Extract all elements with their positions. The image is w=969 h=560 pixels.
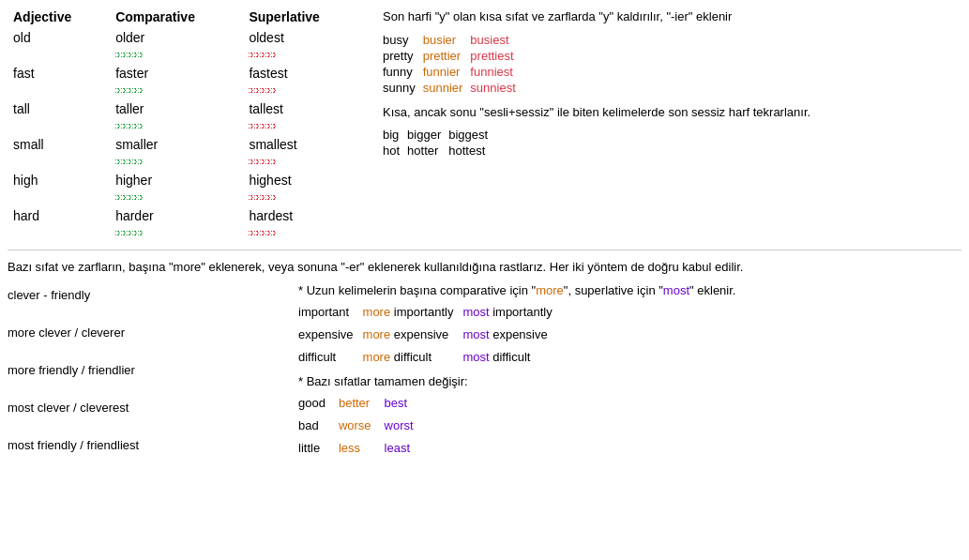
- comp-word: better: [339, 392, 385, 415]
- adj-cell: small: [8, 135, 110, 171]
- sup-word: highest: [249, 173, 291, 188]
- adj-word: fast: [13, 66, 35, 81]
- comp-word: smaller: [115, 137, 158, 152]
- table-row: pretty prettier prettiest: [383, 48, 523, 64]
- bottom-right: * Uzun kelimelerin başına comparative iç…: [298, 283, 961, 461]
- comp-cell: older: [110, 28, 243, 64]
- star-rule-2: * Bazı sıfatlar tamamen değişir:: [298, 374, 961, 388]
- base-word: expensive: [298, 324, 363, 346]
- comp-word: prettier: [423, 48, 471, 64]
- rule1-text: Son harfi "y" olan kısa sıfat ve zarflar…: [383, 8, 961, 26]
- squiggle-green-icon: [115, 53, 144, 57]
- sup-word: tallest: [249, 101, 283, 116]
- base-word: sunny: [383, 80, 423, 96]
- most-col: most difficult: [462, 346, 561, 369]
- sup-word: best: [385, 392, 427, 415]
- table-row: good better best: [298, 392, 427, 415]
- sup-cell: oldest: [243, 28, 364, 64]
- header-superlative: Superlative: [243, 8, 364, 28]
- adj-cell: old: [8, 28, 110, 64]
- adj-word: hard: [13, 208, 39, 223]
- table-row: old older oldest: [8, 28, 364, 64]
- most-word: most: [462, 327, 489, 341]
- more-clever-label: more clever / cleverer: [8, 321, 298, 345]
- spacer: [8, 420, 298, 433]
- base-word: hot: [383, 143, 407, 159]
- sup-word: funniest: [470, 64, 522, 80]
- adj-cell: fast: [8, 64, 110, 99]
- table-row: expensive more expensive most expensive: [298, 324, 562, 346]
- comp-table: important more importantly most importan…: [298, 301, 562, 369]
- double-rule-table: big bigger biggest hot hotter hottest: [383, 127, 495, 159]
- y-rule-table: busy busier busiest pretty prettier pret…: [383, 32, 523, 96]
- comp-rest: importantly: [394, 305, 454, 319]
- sup-word: busiest: [470, 32, 522, 48]
- header-adjective: Adjective: [8, 8, 110, 28]
- squiggle-green-icon: [115, 124, 144, 129]
- adj-word: tall: [13, 101, 30, 116]
- bottom-section: Bazı sıfat ve zarfların, başına "more" e…: [8, 258, 961, 460]
- most-word: most: [462, 305, 489, 319]
- comp-word: older: [115, 30, 144, 45]
- more-word: more: [363, 350, 391, 364]
- comp-word: harder: [115, 208, 153, 223]
- most-label: most: [663, 283, 689, 297]
- main-container: Adjective Comparative Superlative old ol…: [8, 8, 961, 242]
- most-col: most importantly: [462, 301, 561, 324]
- adj-cell: high: [8, 171, 110, 206]
- more-word: more: [363, 327, 391, 341]
- divider: [8, 250, 961, 250]
- table-header-row: Adjective Comparative Superlative: [8, 8, 364, 28]
- squiggle-green-icon: [115, 88, 144, 93]
- adj-cell: tall: [8, 99, 110, 135]
- squiggle-red-icon: [249, 53, 277, 57]
- sup-rest: expensive: [492, 327, 548, 341]
- sup-cell: smallest: [243, 135, 364, 171]
- base-word: difficult: [298, 346, 363, 369]
- table-row: funny funnier funniest: [383, 64, 523, 80]
- more-friendly-label: more friendly / friendlier: [8, 358, 298, 383]
- comp-word: hotter: [407, 143, 448, 159]
- table-row: fast faster fastest: [8, 64, 364, 99]
- most-friendly-label: most friendly / friendliest: [8, 433, 298, 458]
- comp-cell: faster: [110, 64, 243, 99]
- sup-word: biggest: [448, 127, 495, 143]
- squiggle-green-icon: [115, 159, 144, 164]
- sup-rest: difficult: [492, 350, 530, 364]
- change-table: good better best bad worse worst little …: [298, 392, 427, 460]
- comp-word: higher: [115, 173, 152, 188]
- sup-word: least: [385, 437, 427, 460]
- right-section: Son harfi "y" olan kısa sıfat ve zarflar…: [364, 8, 961, 242]
- comp-word: busier: [423, 32, 471, 48]
- sup-word: hardest: [249, 208, 293, 223]
- table-row: busy busier busiest: [383, 32, 523, 48]
- table-row: important more importantly most importan…: [298, 301, 562, 324]
- sup-word: prettiest: [470, 48, 522, 64]
- base-word: bad: [298, 415, 339, 437]
- table-row: hot hotter hottest: [383, 143, 495, 159]
- clever-friendly-label: clever - friendly: [8, 283, 298, 308]
- squiggle-red-icon: [249, 159, 277, 164]
- sup-word: worst: [385, 415, 427, 437]
- star-rule-1: * Uzun kelimelerin başına comparative iç…: [298, 283, 961, 297]
- table-row: bad worse worst: [298, 415, 427, 437]
- comp-word: taller: [115, 101, 144, 116]
- table-row: difficult more difficult most difficult: [298, 346, 562, 369]
- sup-word: fastest: [249, 66, 287, 81]
- comp-word: bigger: [407, 127, 448, 143]
- more-label: more: [536, 283, 564, 297]
- bottom-left: clever - friendly more clever / cleverer…: [8, 283, 298, 461]
- comp-word: less: [339, 437, 385, 460]
- bottom-content: clever - friendly more clever / cleverer…: [8, 283, 961, 461]
- table-row: high higher highest: [8, 171, 364, 206]
- comp-word: sunnier: [423, 80, 471, 96]
- adj-word: old: [13, 30, 31, 45]
- base-word: busy: [383, 32, 423, 48]
- adj-cell: hard: [8, 206, 110, 242]
- most-word: most: [462, 350, 489, 364]
- adj-word: high: [13, 173, 38, 188]
- base-word: little: [298, 437, 339, 460]
- table-row: small smaller smallest: [8, 135, 364, 171]
- squiggle-red-icon: [249, 195, 277, 200]
- sup-cell: hardest: [243, 206, 364, 242]
